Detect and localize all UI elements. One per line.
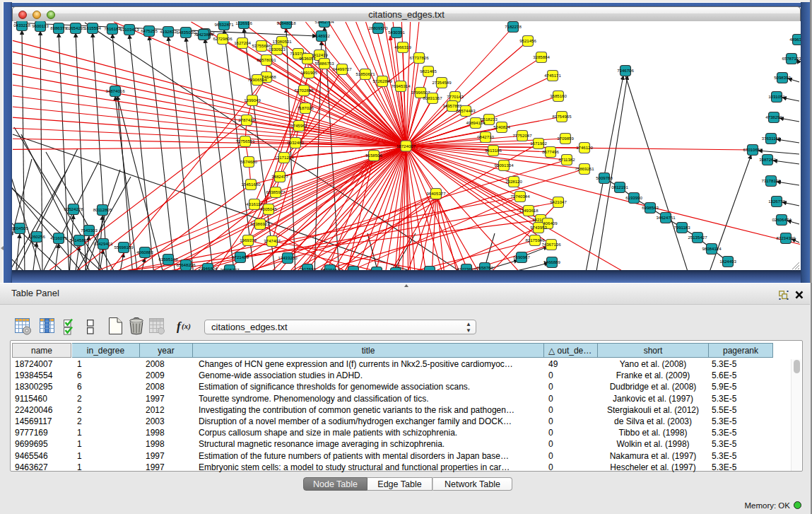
svg-text:0842710: 0842710 [477, 134, 494, 139]
svg-text:15451680: 15451680 [241, 182, 261, 187]
svg-text:02606474: 02606474 [772, 217, 792, 222]
svg-text:1824493: 1824493 [719, 259, 736, 264]
svg-text:62386922: 62386922 [250, 221, 270, 226]
svg-text:98084124: 98084124 [702, 246, 722, 251]
svg-text:25135427: 25135427 [688, 235, 707, 240]
svg-text:60385977: 60385977 [266, 189, 286, 194]
svg-text:1671902: 1671902 [530, 141, 547, 146]
svg-text:9521456: 9521456 [519, 38, 536, 43]
svg-text:4745171: 4745171 [544, 73, 561, 78]
svg-text:65787133: 65787133 [782, 56, 801, 61]
svg-text:1031051: 1031051 [768, 94, 785, 99]
svg-text:9743953: 9743953 [530, 225, 547, 230]
svg-text:5240824: 5240824 [493, 124, 510, 129]
svg-text:1615594: 1615594 [84, 25, 101, 30]
svg-text:13493618: 13493618 [519, 208, 539, 213]
svg-text:0932480: 0932480 [287, 140, 304, 145]
svg-text:3685160: 3685160 [550, 93, 567, 98]
svg-text:62702895: 62702895 [294, 88, 314, 93]
svg-text:5674680: 5674680 [240, 159, 257, 164]
svg-text:1491905: 1491905 [300, 70, 317, 75]
svg-text:4005045: 4005045 [260, 206, 277, 211]
svg-text:1326773: 1326773 [768, 199, 785, 204]
svg-text:01429401: 01429401 [93, 241, 113, 246]
svg-text:1969379: 1969379 [240, 238, 257, 243]
svg-text:8148932: 8148932 [313, 33, 330, 38]
svg-text:87234309: 87234309 [776, 235, 796, 240]
svg-text:65648236: 65648236 [176, 262, 196, 267]
svg-text:62729806: 62729806 [213, 36, 233, 41]
svg-text:13171274: 13171274 [274, 155, 294, 160]
svg-text:72423884: 72423884 [194, 32, 213, 37]
svg-text:9421047: 9421047 [550, 199, 567, 204]
svg-text:75869261: 75869261 [575, 166, 594, 171]
svg-text:28809570: 28809570 [368, 25, 388, 30]
svg-text:3482477: 3482477 [271, 174, 288, 179]
svg-text:76320163: 76320163 [320, 267, 340, 270]
svg-text:3709859: 3709859 [557, 136, 574, 141]
svg-text:71906594: 71906594 [247, 77, 267, 82]
svg-text:3285884: 3285884 [533, 54, 550, 59]
svg-text:34874016: 34874016 [105, 88, 125, 93]
svg-text:00524278: 00524278 [64, 206, 83, 211]
svg-text:55698169: 55698169 [114, 245, 134, 250]
svg-text:34714345: 34714345 [420, 269, 440, 270]
svg-text:0330923: 0330923 [269, 47, 286, 52]
svg-text:73178108: 73178108 [761, 178, 781, 183]
svg-text:4896383: 4896383 [789, 37, 801, 42]
svg-text:4738299: 4738299 [765, 115, 782, 119]
svg-text:96532871: 96532871 [214, 22, 234, 27]
svg-text:64835030: 64835030 [176, 30, 196, 35]
svg-text:02654235: 02654235 [66, 25, 86, 30]
svg-text:67737826: 67737826 [409, 55, 429, 60]
svg-text:4711382: 4711382 [558, 157, 575, 162]
svg-text:7816184: 7816184 [104, 26, 121, 31]
svg-text:34957885: 34957885 [442, 103, 462, 108]
svg-text:80112805: 80112805 [93, 207, 112, 212]
svg-text:85574443: 85574443 [456, 108, 476, 113]
svg-text:3387262: 3387262 [759, 157, 776, 162]
svg-text:5158506: 5158506 [365, 153, 382, 158]
svg-text:6475255: 6475255 [141, 28, 158, 33]
svg-text:9821465: 9821465 [420, 69, 437, 74]
svg-text:9413186: 9413186 [485, 148, 502, 153]
svg-text:93103413: 93103413 [119, 27, 139, 32]
svg-text:49894134: 49894134 [466, 120, 486, 125]
svg-text:2328120: 2328120 [505, 179, 522, 184]
svg-text:6998543: 6998543 [642, 205, 659, 210]
svg-text:3747407: 3747407 [264, 238, 281, 243]
svg-text:5009788: 5009788 [596, 175, 613, 180]
svg-text:8721489: 8721489 [232, 255, 249, 259]
svg-text:1399049: 1399049 [244, 98, 261, 103]
svg-text:5430391: 5430391 [388, 30, 405, 35]
svg-text:7346706: 7346706 [617, 68, 634, 73]
svg-text:96405377: 96405377 [426, 191, 446, 196]
svg-text:(x): (x) [182, 322, 191, 331]
svg-text:51850671: 51850671 [355, 71, 375, 76]
svg-text:71756551: 71756551 [235, 139, 255, 144]
svg-text:99091334: 99091334 [494, 163, 514, 168]
svg-text:6193990: 6193990 [625, 195, 642, 200]
svg-text:2787429: 2787429 [238, 117, 255, 122]
svg-text:7187026: 7187026 [297, 105, 314, 110]
svg-text:04499727: 04499727 [332, 66, 352, 71]
svg-text:8708317: 8708317 [345, 269, 362, 270]
svg-text:5466889: 5466889 [543, 259, 560, 264]
svg-text:86578091: 86578091 [257, 57, 276, 62]
svg-text:6658760: 6658760 [476, 265, 493, 270]
svg-text:55886753: 55886753 [314, 61, 334, 66]
svg-text:2260256: 2260256 [28, 234, 45, 239]
svg-text:1746120: 1746120 [576, 145, 593, 150]
svg-text:7182278: 7182278 [505, 24, 522, 29]
svg-text:8677496: 8677496 [542, 149, 559, 154]
svg-text:6204505: 6204505 [12, 226, 28, 230]
svg-text:81754965: 81754965 [552, 114, 572, 119]
svg-text:97848018: 97848018 [276, 21, 296, 25]
svg-text:81223623: 81223623 [457, 267, 476, 270]
svg-text:67010651: 67010651 [743, 147, 763, 152]
svg-text:7917693: 7917693 [299, 267, 316, 270]
svg-text:27354549: 27354549 [432, 80, 452, 85]
svg-text:0812191: 0812191 [611, 185, 628, 189]
svg-text:4966319: 4966319 [394, 45, 411, 49]
svg-text:77752047: 77752047 [512, 133, 532, 138]
